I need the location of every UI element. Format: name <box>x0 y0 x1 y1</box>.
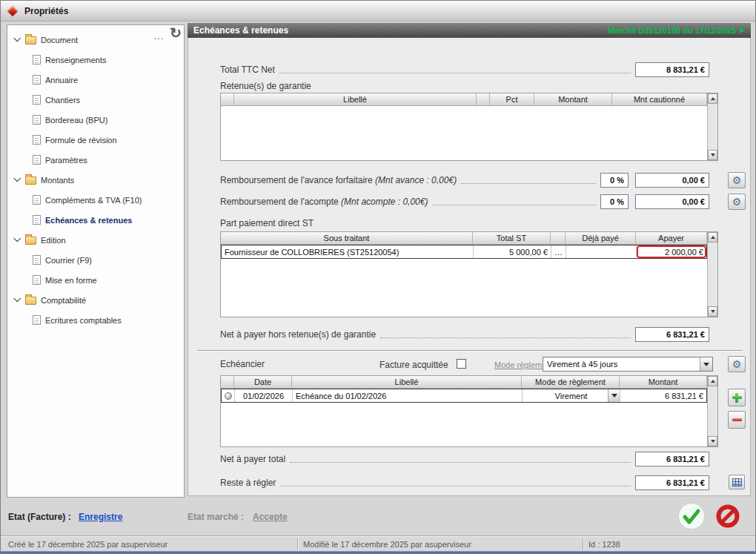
sidebar-item-label: Formule de révision <box>45 136 117 145</box>
status-created: Créé le 17 décembre 2025 par asuperviseu… <box>8 540 168 549</box>
chevron-down-icon <box>703 363 709 366</box>
page-icon <box>33 95 41 105</box>
sidebar-item-complements-tva[interactable]: Compléments & TVA (F10) <box>7 190 184 210</box>
market-link[interactable]: Marché D25120105 du 17/12/2025 <box>608 26 745 35</box>
mode-reglement-dropdown[interactable]: Virement à 45 jours <box>543 357 713 372</box>
echeancier-table-body[interactable]: 01/02/2026 Echéance du 01/02/2026 Vireme… <box>221 389 707 446</box>
cell-a-payer-highlighted[interactable]: 2 000,00 € <box>637 245 706 258</box>
forbidden-icon <box>716 504 740 528</box>
scroll-up-button[interactable] <box>708 376 717 386</box>
sidebar-item-bordereau[interactable]: Bordereau (BPU) <box>7 110 184 130</box>
sidebar-item-chantiers[interactable]: Chantiers <box>7 90 184 110</box>
avance-settings-button[interactable]: ⚙ <box>728 172 746 188</box>
column-header-date[interactable]: Date <box>234 376 292 388</box>
page-icon <box>33 55 41 65</box>
reste-row: Reste à régler 6 831,21 € <box>220 475 709 490</box>
triangle-down-icon <box>711 310 715 313</box>
etat-facture-link[interactable]: Enregistre <box>79 512 122 522</box>
cell-sous-traitant[interactable]: Fournisseur de COLLOBRIERES (ST25120054) <box>222 245 474 258</box>
scroll-down-button[interactable] <box>708 150 717 160</box>
column-header-blank[interactable] <box>477 93 490 105</box>
sidebar-item-annuaire[interactable]: Annuaire <box>7 70 184 90</box>
add-row-button[interactable] <box>728 389 746 406</box>
sidebar-item-edition[interactable]: Edition <box>7 230 184 250</box>
acompte-settings-button[interactable]: ⚙ <box>728 194 746 210</box>
column-header-mnt-cautionne[interactable]: Mnt cautionné <box>612 93 707 105</box>
facture-acquittee-checkbox[interactable] <box>457 359 466 369</box>
cancel-button[interactable] <box>716 504 740 531</box>
echeancier-settings-button[interactable]: ⚙ <box>728 356 746 372</box>
remove-row-button[interactable] <box>728 411 746 429</box>
sidebar-item-mise-en-forme[interactable]: Mise en forme <box>7 270 184 290</box>
table-row[interactable]: 01/02/2026 Echéance du 01/02/2026 Vireme… <box>221 389 707 403</box>
scroll-down-button[interactable] <box>708 306 717 317</box>
cell-mode-reglement-dropdown[interactable]: Virement <box>523 389 620 402</box>
sidebar-item-comptabilite[interactable]: Comptabilité <box>7 290 184 310</box>
cell-montant[interactable]: 6 831,21 € <box>620 389 706 402</box>
dropdown-button[interactable] <box>608 389 620 402</box>
column-header-a-payer[interactable]: Apayer <box>636 232 707 244</box>
column-header-blank[interactable] <box>221 376 234 388</box>
net-total-field[interactable]: 6 831,21 € <box>635 452 709 466</box>
retenues-table-body[interactable] <box>221 106 707 160</box>
chevron-down-icon[interactable] <box>13 174 21 182</box>
column-header-libelle[interactable]: Libellé <box>234 93 477 105</box>
page-icon <box>33 135 41 145</box>
cell-total-st[interactable]: 5 000,00 € <box>474 245 551 258</box>
column-header-blank[interactable] <box>551 232 566 244</box>
page-title: Echéances & retenues <box>193 25 608 36</box>
payment-detail-button[interactable] <box>729 475 745 489</box>
acompte-amount-field[interactable]: 0,00 € <box>635 194 709 209</box>
dropdown-button[interactable] <box>700 357 712 371</box>
column-header-pct[interactable]: Pct <box>490 93 534 105</box>
sidebar-item-echeances-retenues[interactable]: Echéances & retenues <box>7 210 184 230</box>
chevron-down-icon <box>611 394 617 398</box>
total-ttc-field[interactable]: 8 831,21 € <box>635 62 709 77</box>
sidebar-item-ecritures-comptables[interactable]: Ecritures comptables <box>7 310 184 330</box>
chevron-down-icon[interactable] <box>13 34 21 42</box>
reste-field[interactable]: 6 831,21 € <box>635 475 709 490</box>
vertical-scrollbar[interactable] <box>707 232 717 317</box>
vertical-scrollbar[interactable] <box>707 93 717 160</box>
column-header-montant[interactable]: Montant <box>534 93 612 105</box>
properties-window: Propriétés ↻ Document ... Renseignements… <box>0 0 756 554</box>
chevron-down-icon[interactable] <box>13 294 21 302</box>
sidebar-item-parametres[interactable]: Paramètres <box>7 150 184 170</box>
validate-button[interactable] <box>677 502 706 533</box>
cell-libelle[interactable]: Echéance du 01/02/2026 <box>293 389 523 402</box>
sidebar-item-montants[interactable]: Montants <box>7 170 184 190</box>
column-header-mode-reglement[interactable]: Mode de règlement <box>522 376 620 388</box>
net-hors-field[interactable]: 6 831,21 € <box>635 327 709 342</box>
scroll-up-button[interactable] <box>708 232 717 243</box>
column-header-libelle[interactable]: Libellé <box>292 376 522 388</box>
sidebar-item-renseignements[interactable]: Renseignements <box>7 50 184 70</box>
dotted-leader <box>290 462 631 463</box>
column-header-sous-traitant[interactable]: Sous traitant <box>221 232 473 244</box>
column-header-blank[interactable] <box>221 93 234 105</box>
page-icon <box>33 275 41 285</box>
vertical-scrollbar[interactable] <box>707 376 717 446</box>
ellipsis-button[interactable]: … <box>551 245 566 258</box>
table-row[interactable]: Fournisseur de COLLOBRIERES (ST25120054)… <box>221 245 707 259</box>
sidebar-item-label: Paramètres <box>45 156 87 165</box>
page-icon <box>33 75 41 85</box>
avance-pct-field[interactable]: 0 % <box>600 173 629 188</box>
cell-deja-paye[interactable] <box>566 245 637 258</box>
sidebar-item-document[interactable]: Document ... <box>7 30 184 50</box>
part-st-table-body[interactable]: Fournisseur de COLLOBRIERES (ST25120054)… <box>221 245 707 317</box>
column-header-total-st[interactable]: Total ST <box>473 232 551 244</box>
etat-marche-link[interactable]: Accepte <box>253 512 288 522</box>
acompte-pct-field[interactable]: 0 % <box>600 194 629 209</box>
more-button[interactable]: ... <box>154 31 164 42</box>
sidebar-item-courrier[interactable]: Courrier (F9) <box>7 250 184 270</box>
scroll-down-button[interactable] <box>708 436 717 446</box>
check-icon <box>677 502 706 530</box>
column-header-deja-paye[interactable]: Déjà payé <box>566 232 636 244</box>
avance-amount-field[interactable]: 0,00 € <box>635 173 709 188</box>
column-header-montant[interactable]: Montant <box>620 376 707 388</box>
scroll-up-button[interactable] <box>708 93 717 104</box>
acompte-row: Remboursement de l'acompte (Mnt acompte … <box>220 194 709 209</box>
chevron-down-icon[interactable] <box>13 234 21 242</box>
cell-date[interactable]: 01/02/2026 <box>235 389 293 402</box>
sidebar-item-formule-revision[interactable]: Formule de révision <box>7 130 184 150</box>
